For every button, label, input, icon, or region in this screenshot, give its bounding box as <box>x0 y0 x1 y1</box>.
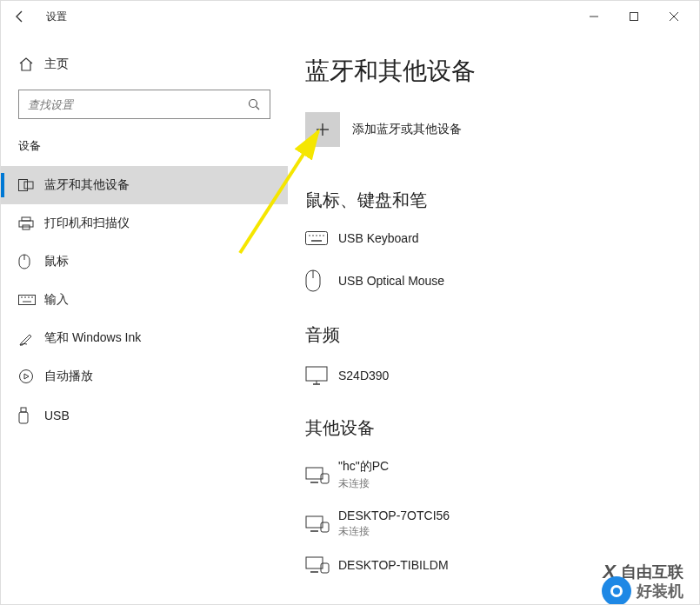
svg-point-25 <box>316 235 317 236</box>
watermark-badge-icon <box>602 576 631 605</box>
svg-rect-31 <box>306 367 327 381</box>
svg-rect-34 <box>306 468 323 479</box>
svg-rect-22 <box>306 232 328 245</box>
sidebar-item-label: 笔和 Windows Ink <box>44 330 141 346</box>
svg-rect-18 <box>21 408 26 412</box>
search-input[interactable] <box>28 98 247 111</box>
pc-icon <box>305 515 338 533</box>
add-device-button[interactable]: 添加蓝牙或其他设备 <box>305 112 682 147</box>
sidebar-item-label: 自动播放 <box>44 369 93 384</box>
home-icon <box>18 57 44 72</box>
autoplay-icon <box>18 369 44 384</box>
group-title: 鼠标、键盘和笔 <box>305 189 682 212</box>
printer-icon <box>18 216 44 230</box>
svg-line-3 <box>257 107 260 110</box>
device-row[interactable]: USB Keyboard <box>305 226 682 264</box>
keyboard-icon <box>305 231 338 245</box>
watermark-text-secondary: 好装机 <box>637 581 683 602</box>
device-row[interactable]: USB Optical Mouse <box>305 264 682 311</box>
sidebar-item-printers[interactable]: 打印机和扫描仪 <box>1 204 288 243</box>
maximize-button[interactable] <box>614 3 654 30</box>
minimize-button[interactable] <box>574 3 614 30</box>
device-status: 未连接 <box>338 476 389 491</box>
keyboard-icon <box>18 295 44 305</box>
sidebar-item-bluetooth[interactable]: 蓝牙和其他设备 <box>1 166 288 204</box>
group-title: 其他设备 <box>305 416 682 440</box>
device-status: 未连接 <box>338 524 450 539</box>
sidebar: 主页 设备 蓝牙和其他设备 打印机和扫描仪 鼠标 输入 笔和 Windows I <box>1 32 288 604</box>
svg-point-24 <box>312 235 314 236</box>
device-row[interactable]: DESKTOP-7OTCI56 未连接 <box>305 503 682 551</box>
close-button[interactable] <box>654 3 694 30</box>
watermark-secondary: 好装机 <box>602 576 683 605</box>
section-header: 设备 <box>1 135 288 166</box>
sidebar-item-label: 输入 <box>44 292 69 308</box>
sidebar-item-mouse[interactable]: 鼠标 <box>1 243 288 281</box>
sidebar-item-label: USB <box>44 409 70 422</box>
svg-point-26 <box>319 235 321 236</box>
svg-point-2 <box>250 100 257 108</box>
add-device-label: 添加蓝牙或其他设备 <box>352 122 462 137</box>
mouse-icon <box>18 254 44 269</box>
usb-icon <box>18 407 44 424</box>
sidebar-item-typing[interactable]: 输入 <box>1 281 288 319</box>
device-name: USB Keyboard <box>338 231 419 245</box>
page-title: 蓝牙和其他设备 <box>305 55 682 88</box>
svg-rect-6 <box>22 217 30 221</box>
sidebar-item-usb[interactable]: USB <box>1 396 288 435</box>
pen-icon <box>18 330 44 346</box>
device-name: USB Optical Mouse <box>338 274 444 288</box>
search-icon <box>247 97 261 111</box>
home-link[interactable]: 主页 <box>1 48 288 84</box>
monitor-icon <box>305 366 338 385</box>
svg-rect-7 <box>19 221 33 227</box>
pc-icon <box>305 467 338 484</box>
svg-point-17 <box>20 370 33 383</box>
svg-rect-37 <box>306 516 323 528</box>
pc-icon <box>305 556 338 574</box>
svg-rect-4 <box>19 180 28 191</box>
mouse-icon <box>305 269 338 292</box>
back-button[interactable] <box>6 3 34 30</box>
svg-point-23 <box>309 235 310 236</box>
sidebar-item-autoplay[interactable]: 自动播放 <box>1 357 288 396</box>
device-row[interactable]: S24D390 <box>305 361 682 404</box>
group-title: 音频 <box>305 323 682 347</box>
window-title: 设置 <box>46 10 67 24</box>
sidebar-item-label: 鼠标 <box>44 254 69 269</box>
svg-rect-11 <box>19 296 36 305</box>
device-row[interactable]: "hc"的PC 未连接 <box>305 454 682 503</box>
main-panel: 蓝牙和其他设备 添加蓝牙或其他设备 鼠标、键盘和笔 USB Keyboard U… <box>288 32 699 604</box>
device-name: DESKTOP-7OTCI56 <box>338 509 450 522</box>
device-name: "hc"的PC <box>338 459 389 475</box>
sidebar-item-label: 蓝牙和其他设备 <box>44 177 130 193</box>
home-label: 主页 <box>44 57 69 72</box>
sidebar-item-pen[interactable]: 笔和 Windows Ink <box>1 319 288 357</box>
device-name: S24D390 <box>338 369 389 382</box>
device-name: DESKTOP-TIBILDM <box>338 558 449 572</box>
svg-rect-1 <box>630 13 638 21</box>
svg-rect-40 <box>306 557 323 568</box>
svg-rect-19 <box>19 412 28 423</box>
svg-rect-5 <box>24 182 33 189</box>
svg-point-27 <box>323 235 324 236</box>
sidebar-item-label: 打印机和扫描仪 <box>44 216 130 231</box>
devices-icon <box>18 179 44 191</box>
search-input-wrapper[interactable] <box>18 90 270 119</box>
plus-icon <box>305 112 340 147</box>
